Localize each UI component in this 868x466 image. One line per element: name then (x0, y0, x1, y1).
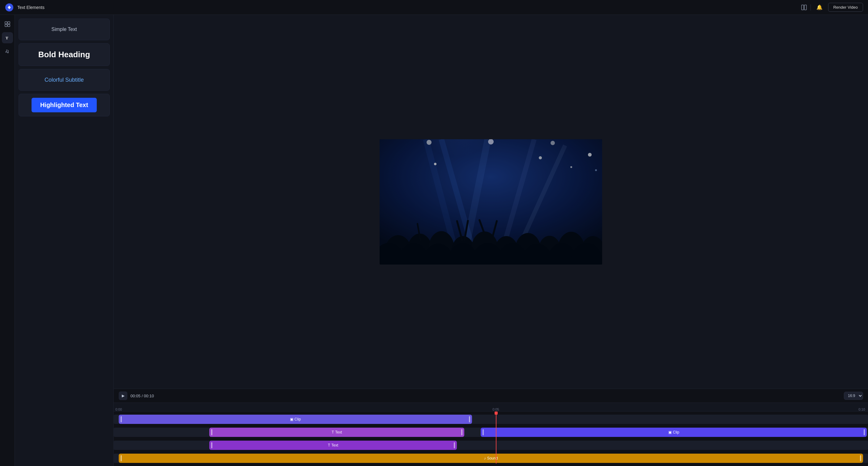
clip-handle-left[interactable] (211, 429, 212, 435)
grid-view-button[interactable] (2, 19, 13, 30)
play-button[interactable]: ▶ (119, 391, 127, 400)
clip-handle-right[interactable] (469, 416, 470, 423)
text-item-1[interactable]: T Text (209, 428, 465, 437)
svg-rect-6 (8, 24, 10, 27)
highlighted-text-wrapper: Highlighted Text (19, 94, 110, 116)
ruler-mark-5: 0:05 (492, 408, 499, 411)
track-row-sound: ♪ Sound (114, 452, 868, 465)
svg-point-8 (6, 52, 6, 53)
time-display: 00:05 / 00:10 (130, 394, 154, 398)
text-icon-2: T (328, 443, 330, 447)
clip-handle-left[interactable] (121, 416, 122, 423)
ruler-inner: 0:00 0:05 0:10 (114, 403, 868, 411)
svg-rect-2 (804, 5, 806, 10)
text-icon-1: T (332, 430, 334, 434)
text-elements-panel: Simple Text Bold Heading Colorful Subtit… (15, 15, 114, 466)
colorful-subtitle-label: Colorful Subtitle (38, 70, 90, 89)
svg-point-9 (7, 52, 8, 53)
text-label-1: Text (335, 430, 342, 434)
ruler-mark-10: 0:10 (859, 408, 865, 411)
clip-icon: ▣ (290, 417, 293, 421)
timeline-section: ▶ 00:05 / 00:10 16:9 9:16 1:1 4:3 0:00 0… (114, 389, 868, 466)
bold-heading-label: Bold Heading (32, 43, 96, 66)
highlighted-text-label: Highlighted Text (32, 98, 97, 112)
timeline-tracks: ▣ Clip T Text (114, 411, 868, 466)
clip-handle-right[interactable] (864, 429, 865, 435)
colorful-subtitle-card[interactable]: Colorful Subtitle (19, 69, 110, 91)
header-right: 🔔 Render Video (801, 2, 863, 12)
header-divider (810, 4, 811, 10)
clip-label: Clip (294, 417, 301, 421)
main-layout: T Simple Text Bold Heading Colorful Subt… (0, 15, 868, 466)
clip-handle-right[interactable] (454, 442, 455, 448)
highlighted-text-card[interactable]: Highlighted Text (19, 94, 110, 116)
clip-label-2: Clip (673, 430, 679, 434)
clip-handle-left[interactable] (211, 442, 212, 448)
app-logo (5, 3, 13, 12)
text-elements-button[interactable]: T (2, 32, 13, 43)
clip-handle-right[interactable] (860, 455, 861, 461)
svg-text:T: T (6, 36, 8, 40)
svg-rect-4 (8, 22, 10, 24)
video-preview-area (114, 15, 868, 389)
track-row-clip-1: ▣ Clip (114, 413, 868, 426)
clip-icon-2: ▣ (668, 430, 672, 434)
layout-toggle[interactable] (801, 5, 807, 10)
app-header: Text Elements 🔔 Render Video (0, 0, 868, 15)
simple-text-label: Simple Text (45, 21, 83, 38)
clip-handle-left[interactable] (483, 429, 484, 435)
notifications-button[interactable]: 🔔 (814, 2, 825, 12)
sound-label: Sound (487, 456, 498, 460)
simple-text-card[interactable]: Simple Text (19, 19, 110, 40)
svg-rect-51 (380, 139, 602, 265)
aspect-ratio-select[interactable]: 16:9 9:16 1:1 4:3 (844, 392, 863, 400)
clip-item-1[interactable]: ▣ Clip (119, 415, 472, 424)
timeline-ruler: 0:00 0:05 0:10 (114, 403, 868, 411)
track-row-text-2: T Text (114, 439, 868, 452)
timeline-tracks-container: ▣ Clip T Text (114, 411, 868, 466)
sidebar-icons: T (0, 15, 15, 466)
clip-handle-right[interactable] (461, 429, 462, 435)
svg-rect-3 (5, 22, 7, 24)
page-title: Text Elements (17, 5, 801, 10)
text-item-2[interactable]: T Text (209, 441, 457, 450)
timeline-controls: ▶ 00:05 / 00:10 16:9 9:16 1:1 4:3 (114, 389, 868, 403)
clip-handle-left[interactable] (121, 455, 122, 461)
ruler-mark-0: 0:00 (115, 408, 122, 411)
track-row-text-1: T Text ▣ Clip (114, 426, 868, 439)
sound-icon: ♪ (484, 456, 486, 460)
audio-button[interactable] (2, 46, 13, 57)
content-area: ▶ 00:05 / 00:10 16:9 9:16 1:1 4:3 0:00 0… (114, 15, 868, 466)
video-preview[interactable] (380, 139, 602, 265)
svg-rect-5 (5, 24, 7, 27)
render-video-button[interactable]: Render Video (828, 3, 863, 12)
bold-heading-card[interactable]: Bold Heading (19, 43, 110, 66)
sound-item[interactable]: ♪ Sound (119, 454, 863, 463)
clip-item-2[interactable]: ▣ Clip (481, 428, 867, 437)
svg-rect-1 (802, 5, 804, 10)
text-label-2: Text (331, 443, 338, 447)
